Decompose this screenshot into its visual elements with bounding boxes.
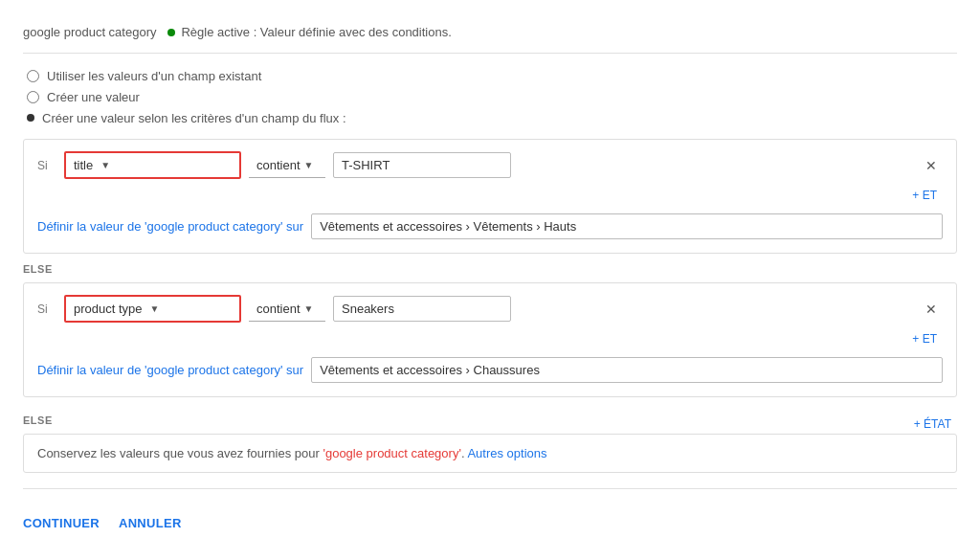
header-bar: google product category Règle active : V… (23, 15, 957, 54)
option2-label: Créer une valeur (47, 90, 140, 104)
field-value-2: product type (74, 302, 143, 316)
continuer-button[interactable]: CONTINUER (23, 512, 100, 534)
bullet-dot-icon (27, 114, 34, 122)
else-final-text-after: . (461, 446, 465, 460)
else-final-text-before: Conservez les valeurs que vous avez four… (37, 446, 323, 460)
condition-row-2: Si product type ▼ contient ▼ ✕ (37, 295, 943, 323)
operator-select-2[interactable]: contient ▼ (249, 297, 325, 322)
else-label-1: ELSE (23, 263, 957, 275)
et-row-2: + ET (37, 330, 943, 347)
options-section: Utiliser les valeurs d'un champ existant… (23, 69, 957, 125)
et-button-1[interactable]: + ET (906, 187, 943, 204)
condition-row-1: Si title ▼ contient ▼ ✕ (37, 151, 943, 179)
operator-value-2: contient (256, 302, 301, 316)
option2-radio[interactable]: Créer une valeur (27, 90, 953, 104)
condition-block-1: Si title ▼ contient ▼ ✕ + ET Définir la … (23, 139, 957, 254)
status-indicator: Règle active : Valeur définie avec des c… (167, 25, 451, 39)
condition-block-2: Si product type ▼ contient ▼ ✕ + ET Défi… (23, 282, 957, 397)
option3-bullet: Créer une valeur selon les critères d'un… (27, 111, 953, 125)
etat-button[interactable]: + ÉTAT (908, 415, 957, 433)
chevron-down-icon-4: ▼ (304, 303, 314, 314)
else2-row: ELSE + ÉTAT (23, 405, 957, 434)
autres-options-link[interactable]: Autres options (467, 446, 546, 460)
et-button-2[interactable]: + ET (906, 330, 943, 347)
chevron-down-icon-1: ▼ (100, 160, 110, 170)
definir-row-1: Définir la valeur de 'google product cat… (37, 213, 943, 239)
green-dot-icon (167, 29, 175, 36)
et-row-1: + ET (37, 187, 943, 204)
operator-value-1: contient (256, 158, 301, 172)
chevron-down-icon-3: ▼ (150, 303, 160, 314)
field-select-1[interactable]: title ▼ (64, 151, 241, 179)
status-text: Règle active : Valeur définie avec des c… (181, 25, 451, 39)
option2-radio-input[interactable] (27, 91, 39, 103)
page-title: google product category (23, 25, 156, 39)
operator-select-1[interactable]: contient ▼ (249, 153, 325, 178)
chevron-down-icon-2: ▼ (304, 160, 314, 170)
field-select-2[interactable]: product type ▼ (64, 295, 241, 323)
close-button-2[interactable]: ✕ (920, 300, 943, 319)
si-label-1: Si (37, 159, 56, 172)
else-final-highlight: 'google product category' (323, 446, 460, 460)
value-input-2[interactable] (333, 296, 511, 322)
definir-row-2: Définir la valeur de 'google product cat… (37, 357, 943, 383)
definir-label-2: Définir la valeur de 'google product cat… (37, 363, 303, 377)
definir-input-1[interactable] (311, 213, 943, 239)
option1-label: Utiliser les valeurs d'un champ existant (47, 69, 261, 83)
else-final-block: Conservez les valeurs que vous avez four… (23, 434, 957, 473)
option3-label: Créer une valeur selon les critères d'un… (42, 111, 346, 125)
field-value-1: title (74, 158, 93, 172)
footer-buttons: CONTINUER ANNULER (23, 504, 957, 534)
annuler-button[interactable]: ANNULER (119, 512, 182, 534)
value-input-1[interactable] (333, 152, 511, 178)
option1-radio-input[interactable] (27, 70, 39, 82)
footer-divider (23, 488, 957, 489)
else-label-2: ELSE (23, 414, 53, 426)
close-button-1[interactable]: ✕ (920, 156, 943, 175)
si-label-2: Si (37, 302, 56, 316)
option1-radio[interactable]: Utiliser les valeurs d'un champ existant (27, 69, 953, 83)
definir-input-2[interactable] (311, 357, 943, 383)
definir-label-1: Définir la valeur de 'google product cat… (37, 219, 303, 234)
